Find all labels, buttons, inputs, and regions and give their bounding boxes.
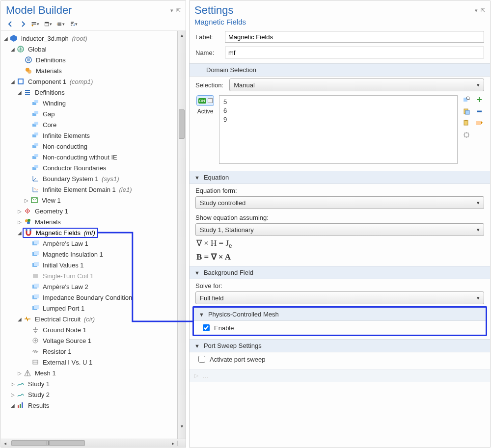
solve-for-combo[interactable]: Full field — [195, 291, 484, 304]
tree-mf-ampere2[interactable]: Ampère's Law 2 — [3, 281, 176, 292]
model-builder-title: Model Builder — [6, 4, 72, 17]
svg-point-29 — [27, 219, 30, 222]
tree-mf-impedance[interactable]: Impedance Boundary Condition — [3, 292, 176, 303]
tree-mf-coil-disabled[interactable]: Single-Turn Coil 1 — [3, 270, 176, 281]
list-item[interactable]: 9 — [223, 115, 453, 124]
feature-icon — [31, 304, 39, 312]
materials-icon — [24, 218, 31, 226]
tree-def-winding[interactable]: Winding — [3, 98, 176, 108]
tree-view[interactable]: ▷View 1 — [3, 195, 176, 206]
circuit-icon — [24, 315, 31, 323]
view-icon — [30, 196, 38, 204]
tree-global[interactable]: ◢Global — [3, 44, 176, 54]
tree-cir-ground[interactable]: Ground Node 1 — [3, 324, 176, 335]
tree-root[interactable]: ◢inductor_3d.mph (root) — [3, 33, 176, 44]
axes-icon — [31, 175, 39, 183]
collapse-button[interactable]: ▾ — [43, 20, 54, 28]
tree-results[interactable]: ◢Results — [3, 400, 176, 411]
tree-comp-materials[interactable]: ▷Materials — [3, 216, 176, 227]
tree-magnetic-fields[interactable]: ◢Magnetic Fields (mf) — [3, 227, 176, 238]
external-icon — [31, 358, 39, 366]
model-builder-toolbar: ▾ ▾ ▾ ▾ — [1, 18, 186, 31]
tree-def-infelem[interactable]: Infinite Elements — [3, 130, 176, 141]
nav-fwd-button[interactable] — [18, 20, 28, 28]
domain-list[interactable]: 5 6 9 — [219, 95, 458, 164]
tree-def-core[interactable]: Core — [3, 119, 176, 130]
tree-cir-voltage[interactable]: Voltage Source 1 — [3, 335, 176, 346]
tree-mesh[interactable]: ▷Mesh 1 — [3, 368, 176, 378]
activate-port-sweep-checkbox[interactable] — [198, 356, 205, 363]
tree-def-noncond[interactable]: Non-conducting — [3, 141, 176, 152]
svg-rect-48 — [20, 404, 21, 408]
name-input[interactable] — [225, 47, 484, 58]
definitions-icon — [25, 56, 32, 64]
tree-ied[interactable]: Infinite Element Domain 1 (ie1) — [3, 184, 176, 195]
tree-cir-resistor[interactable]: Resistor 1 — [3, 346, 176, 357]
section-port-sweep[interactable]: ▼Port Sweep Settings — [190, 339, 490, 352]
svg-rect-49 — [22, 402, 23, 408]
sort-button[interactable]: ▾ — [69, 20, 80, 28]
panel-controls[interactable]: ▾ ⇱ — [475, 7, 485, 14]
tree-study2[interactable]: ▷Study 2 — [3, 389, 176, 400]
tree-circuit[interactable]: ◢Electrical Circuit (cir) — [3, 314, 176, 324]
tree-def-gap[interactable]: Gap — [3, 108, 176, 119]
section-equation[interactable]: ▼Equation — [190, 171, 490, 184]
tree-def-noncond-noie[interactable]: Non-conducting without IE — [3, 152, 176, 162]
feature-icon — [31, 250, 39, 258]
active-label: Active — [195, 108, 215, 115]
tree-global-materials[interactable]: Materials — [3, 65, 176, 76]
resistor-icon — [31, 347, 39, 355]
tree-global-definitions[interactable]: Definitions — [3, 54, 176, 65]
tree-mf-insulation[interactable]: Magnetic Insulation 1 — [3, 249, 176, 260]
selection-icon — [31, 142, 39, 150]
feature-icon — [31, 283, 39, 290]
component-icon — [17, 78, 25, 85]
add-icon[interactable] — [474, 95, 484, 104]
zoom-selection-icon[interactable] — [462, 95, 471, 104]
tree-hscrollbar[interactable]: ◂▸ — [1, 439, 186, 447]
show-button[interactable]: ▾ — [30, 20, 41, 28]
tree-def-condbound[interactable]: Conductor Boundaries — [3, 162, 176, 173]
tree-mf-initial[interactable]: Initial Values 1 — [3, 260, 176, 270]
section-physics-mesh[interactable]: ▼Physics-Controlled Mesh — [194, 308, 486, 321]
highlight-icon[interactable] — [474, 119, 484, 128]
tree-cir-external[interactable]: External I Vs. U 1 — [3, 357, 176, 368]
section-cut: ▷… — [190, 369, 490, 382]
selection-icon — [31, 99, 39, 107]
list-item[interactable]: 5 — [223, 98, 453, 106]
paste-icon[interactable] — [462, 107, 471, 116]
active-toggle[interactable]: ON — [196, 95, 214, 106]
section-background-field[interactable]: ▼Background Field — [190, 266, 490, 279]
tree-component[interactable]: ◢Component 1 (comp1) — [3, 76, 176, 87]
feature-icon — [31, 293, 39, 301]
equation-form-combo[interactable]: Study controlled — [195, 196, 484, 209]
selection-combo[interactable]: Manual — [229, 79, 484, 91]
model-tree[interactable]: ◢inductor_3d.mph (root) ◢Global Definiti… — [1, 31, 177, 439]
frame-icon[interactable] — [462, 131, 471, 139]
expand-button[interactable]: ▾ — [56, 20, 67, 28]
tree-study1[interactable]: ▷Study 1 — [3, 378, 176, 389]
tree-comp-definitions[interactable]: ◢Definitions — [3, 87, 176, 98]
magnet-icon — [25, 229, 32, 237]
svg-rect-4 — [45, 22, 49, 23]
svg-rect-44 — [34, 305, 39, 309]
tree-geometry[interactable]: ▷Geometry 1 — [3, 206, 176, 216]
tree-bsys[interactable]: Boundary System 1 (sys1) — [3, 173, 176, 184]
study-icon — [17, 380, 25, 388]
tree-mf-ampere1[interactable]: Ampère's Law 1 — [3, 238, 176, 249]
feature-icon — [31, 239, 39, 247]
list-item[interactable]: 6 — [223, 106, 453, 115]
definitions-icon — [24, 88, 31, 96]
panel-controls[interactable]: ▾ ⇱ — [170, 7, 181, 14]
tree-mf-lumped[interactable]: Lumped Port 1 — [3, 303, 176, 314]
equation-assuming-combo[interactable]: Study 1, Stationary — [195, 223, 484, 236]
globe-icon — [17, 45, 25, 53]
label-input[interactable] — [225, 31, 484, 43]
copy-icon[interactable] — [462, 119, 471, 128]
tree-vscrollbar[interactable]: ▴ ▾ — [177, 31, 186, 439]
enable-mesh-checkbox[interactable] — [203, 324, 210, 331]
results-icon — [17, 401, 25, 409]
remove-icon[interactable] — [474, 107, 484, 116]
section-domain-selection[interactable]: Domain Selection — [190, 63, 490, 77]
nav-back-button[interactable] — [5, 20, 16, 28]
